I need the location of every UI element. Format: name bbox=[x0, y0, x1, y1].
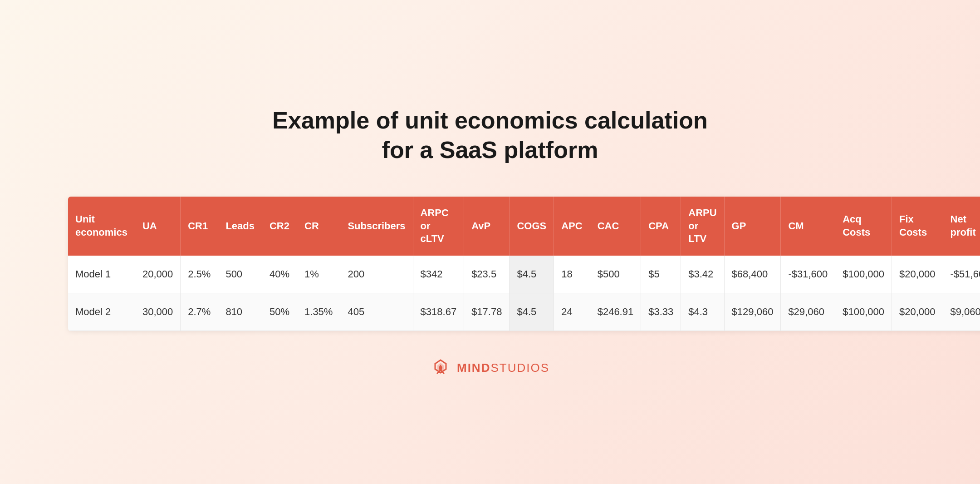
col-header-gp: GP bbox=[724, 197, 781, 256]
col-header-cr1: CR1 bbox=[181, 197, 218, 256]
cell-model-1-unit: Model 1 bbox=[68, 256, 135, 293]
cell-model-1-leads: 500 bbox=[218, 256, 262, 293]
page-title: Example of unit economics calculation fo… bbox=[272, 106, 707, 165]
table-wrapper: Unit economics UA CR1 Leads CR2 CR Subsc… bbox=[68, 197, 912, 331]
cell-model-1-arpc: $342 bbox=[413, 256, 464, 293]
col-header-cr2: CR2 bbox=[262, 197, 297, 256]
cell-model-1-cm: -$31,600 bbox=[781, 256, 835, 293]
col-header-cogs: COGS bbox=[510, 197, 554, 256]
col-header-ua: UA bbox=[135, 197, 180, 256]
col-header-subs: Subscribers bbox=[340, 197, 413, 256]
cell-model-1-cpa: $5 bbox=[641, 256, 681, 293]
logo-text: MINDSTUDIOS bbox=[457, 361, 549, 375]
col-header-cpa: CPA bbox=[641, 197, 681, 256]
cell-model-1-avp: $23.5 bbox=[464, 256, 510, 293]
table-header-row: Unit economics UA CR1 Leads CR2 CR Subsc… bbox=[68, 197, 980, 256]
cell-model-1-cr: 1% bbox=[297, 256, 340, 293]
cell-model-2-cr1: 2.7% bbox=[181, 293, 218, 331]
cell-model-2-cpa: $3.33 bbox=[641, 293, 681, 331]
col-header-avp: AvP bbox=[464, 197, 510, 256]
col-header-cr: CR bbox=[297, 197, 340, 256]
col-header-leads: Leads bbox=[218, 197, 262, 256]
cell-model-1-subs: 200 bbox=[340, 256, 413, 293]
col-header-arpu: ARPU or LTV bbox=[681, 197, 724, 256]
col-header-fix: Fix Costs bbox=[892, 197, 943, 256]
cell-model-2-cr2: 50% bbox=[262, 293, 297, 331]
logo-section: MINDSTUDIOS bbox=[431, 358, 549, 378]
col-header-net: Net profit bbox=[943, 197, 980, 256]
cell-model-2-cm: $29,060 bbox=[781, 293, 835, 331]
col-header-cac: CAC bbox=[590, 197, 641, 256]
cell-model-2-leads: 810 bbox=[218, 293, 262, 331]
cell-model-2-arpc: $318.67 bbox=[413, 293, 464, 331]
cell-model-1-net: -$51,600 bbox=[943, 256, 980, 293]
cell-model-1-ua: 20,000 bbox=[135, 256, 180, 293]
cell-model-2-subs: 405 bbox=[340, 293, 413, 331]
cell-model-2-ua: 30,000 bbox=[135, 293, 180, 331]
cell-model-2-acq: $100,000 bbox=[835, 293, 892, 331]
cell-model-1-cr1: 2.5% bbox=[181, 256, 218, 293]
cell-model-1-cr2: 40% bbox=[262, 256, 297, 293]
cell-model-1-apc: 18 bbox=[554, 256, 590, 293]
cell-model-2-cogs: $4.5 bbox=[510, 293, 554, 331]
cell-model-2-net: $9,060 bbox=[943, 293, 980, 331]
cell-model-1-cogs: $4.5 bbox=[510, 256, 554, 293]
col-header-apc: APC bbox=[554, 197, 590, 256]
cell-model-2-cr: 1.35% bbox=[297, 293, 340, 331]
col-header-unit: Unit economics bbox=[68, 197, 135, 256]
col-header-cm: CM bbox=[781, 197, 835, 256]
cell-model-1-arpu: $3.42 bbox=[681, 256, 724, 293]
cell-model-1-cac: $500 bbox=[590, 256, 641, 293]
cell-model-1-acq: $100,000 bbox=[835, 256, 892, 293]
economics-table: Unit economics UA CR1 Leads CR2 CR Subsc… bbox=[68, 197, 980, 331]
table-row: Model 2 30,000 2.7% 810 50% 1.35% 405 $3… bbox=[68, 293, 980, 331]
col-header-arpc: ARPC or cLTV bbox=[413, 197, 464, 256]
mindstudios-logo-icon bbox=[431, 358, 451, 378]
cell-model-1-gp: $68,400 bbox=[724, 256, 781, 293]
cell-model-2-cac: $246.91 bbox=[590, 293, 641, 331]
cell-model-1-fix: $20,000 bbox=[892, 256, 943, 293]
cell-model-2-fix: $20,000 bbox=[892, 293, 943, 331]
cell-model-2-unit: Model 2 bbox=[68, 293, 135, 331]
col-header-acq: Acq Costs bbox=[835, 197, 892, 256]
cell-model-2-gp: $129,060 bbox=[724, 293, 781, 331]
cell-model-2-arpu: $4.3 bbox=[681, 293, 724, 331]
cell-model-2-avp: $17.78 bbox=[464, 293, 510, 331]
table-row: Model 1 20,000 2.5% 500 40% 1% 200 $342 … bbox=[68, 256, 980, 293]
cell-model-2-apc: 24 bbox=[554, 293, 590, 331]
